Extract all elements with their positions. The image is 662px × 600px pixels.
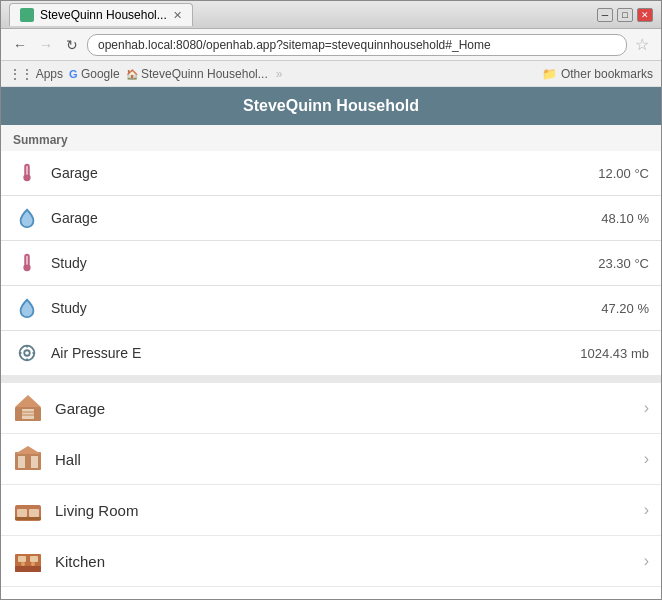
svg-marker-18 [15,446,41,454]
nav-item-kitchen[interactable]: Kitchen › [1,536,661,587]
site-bookmark[interactable]: 🏠 SteveQuinn Househol... [126,67,268,81]
window-controls: ─ □ ✕ [597,8,653,22]
bookmarks-bar: ⋮⋮ Apps G Google 🏠 SteveQuinn Househol..… [1,61,661,87]
svg-rect-20 [31,456,38,468]
sensor-row-air-pressure: Air Pressure E 1024.43 mb [1,331,661,375]
svg-rect-23 [29,509,39,517]
forward-button[interactable]: → [35,34,57,56]
folder-icon: 📁 [542,67,557,81]
tab-close-button[interactable]: ✕ [173,9,182,22]
nav-item-guest-bedroom[interactable]: Guest Bedroom › [1,587,661,599]
nav-label-kitchen: Kitchen [55,553,644,570]
sensor-value-garage-humidity: 48.10 % [601,211,649,226]
nav-bar: ← → ↻ ☆ [1,29,661,61]
close-button[interactable]: ✕ [637,8,653,22]
summary-section: Summary Garage 12.00 °C [1,125,661,375]
sensor-name-garage-temp: Garage [51,165,598,181]
svg-point-6 [20,346,35,361]
sensor-name-study-temp: Study [51,255,598,271]
browser-window: SteveQuinn Househol... ✕ ─ □ ✕ ← → ↻ ☆ ⋮… [0,0,662,600]
site-icon: 🏠 [126,69,138,80]
page-header: SteveQuinn Household [1,87,661,125]
chevron-right-icon-2: › [644,450,649,468]
nav-label-hall: Hall [55,451,644,468]
nav-label-living-room: Living Room [55,502,644,519]
sensor-value-study-humidity: 47.20 % [601,301,649,316]
reload-button[interactable]: ↻ [61,34,83,56]
living-room-icon [13,495,43,525]
svg-rect-5 [25,255,29,266]
svg-rect-22 [17,509,27,517]
hall-room-icon [13,444,43,474]
bookmark-separator: » [276,67,283,81]
svg-marker-13 [15,395,41,407]
page-content: SteveQuinn Household Summary Garage 12.0… [1,87,661,599]
google-bookmark[interactable]: G Google [69,67,120,81]
chevron-right-icon: › [644,399,649,417]
address-bar[interactable] [87,34,627,56]
thermometer-icon-2 [13,249,41,277]
page-title: SteveQuinn Household [243,97,419,114]
nav-item-garage[interactable]: Garage › [1,383,661,434]
nav-label-garage: Garage [55,400,644,417]
svg-rect-19 [18,456,25,468]
kitchen-room-icon [13,546,43,576]
tab-favicon [20,8,34,22]
svg-rect-26 [18,556,26,562]
google-icon: G [69,68,78,80]
humidity-icon [13,204,41,232]
sensor-row-study-humidity: Study 47.20 % [1,286,661,331]
guest-bedroom-icon [13,597,43,599]
sensor-name-air-pressure: Air Pressure E [51,345,580,361]
svg-point-7 [24,350,30,356]
svg-rect-2 [25,165,29,176]
sensor-row-garage-temp: Garage 12.00 °C [1,151,661,196]
apps-grid-icon: ⋮⋮ [9,67,33,81]
sensor-row-garage-humidity: Garage 48.10 % [1,196,661,241]
nav-item-living-room[interactable]: Living Room › [1,485,661,536]
garage-room-icon [13,393,43,423]
other-bookmarks[interactable]: 📁 Other bookmarks [542,67,653,81]
summary-label: Summary [1,125,661,151]
bookmark-star-icon[interactable]: ☆ [635,35,649,54]
chevron-right-icon-4: › [644,552,649,570]
svg-rect-27 [30,556,38,562]
thermometer-icon [13,159,41,187]
title-bar: SteveQuinn Househol... ✕ ─ □ ✕ [1,1,661,29]
chevron-right-icon-3: › [644,501,649,519]
maximize-button[interactable]: □ [617,8,633,22]
svg-rect-14 [22,409,34,419]
pressure-icon [13,339,41,367]
rooms-nav-section: Garage › Hall › [1,383,661,599]
sensor-value-air-pressure: 1024.43 mb [580,346,649,361]
svg-point-30 [31,562,35,566]
minimize-button[interactable]: ─ [597,8,613,22]
sensor-name-study-humidity: Study [51,300,601,316]
humidity-icon-2 [13,294,41,322]
apps-button[interactable]: ⋮⋮ Apps [9,67,63,81]
svg-point-29 [21,562,25,566]
back-button[interactable]: ← [9,34,31,56]
sensor-row-study-temp: Study 23.30 °C [1,241,661,286]
svg-rect-28 [15,566,41,572]
sensor-value-study-temp: 23.30 °C [598,256,649,271]
svg-rect-24 [15,517,41,520]
sensor-name-garage-humidity: Garage [51,210,601,226]
tab-title: SteveQuinn Househol... [40,8,167,22]
browser-tab[interactable]: SteveQuinn Househol... ✕ [9,3,193,26]
nav-item-hall[interactable]: Hall › [1,434,661,485]
sensor-value-garage-temp: 12.00 °C [598,166,649,181]
